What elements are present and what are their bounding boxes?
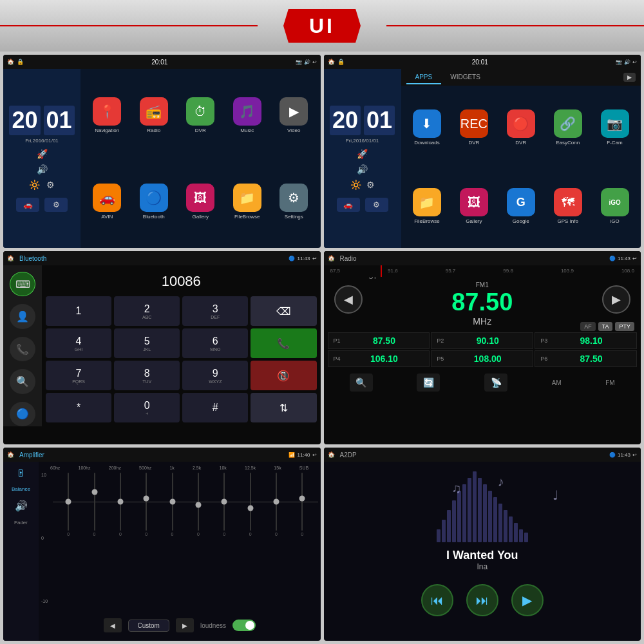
key-9[interactable]: 9 WXYZ [182,361,248,390]
key-8[interactable]: 8 TUV [114,361,180,390]
apps-btn-2[interactable]: ⚙ [365,198,388,212]
tab-apps[interactable]: APPS [406,71,442,84]
key-call[interactable]: 📞 [251,328,316,358]
app2-downloads[interactable]: ⬇ Downloads [405,90,450,166]
prev-btn[interactable]: ⏮ [421,584,453,616]
dialpad-btn[interactable]: ⌨ [10,272,35,296]
key-4[interactable]: 4 GHI [46,328,111,358]
app-music[interactable]: 🎵 Music [226,74,269,156]
key-hash[interactable]: # [182,393,248,422]
key-star[interactable]: * [46,393,111,422]
radio-freq-value: 87.50 [369,289,596,316]
app-radio[interactable]: 📻 Radio [133,74,176,156]
balance-label[interactable]: Balance [6,486,36,492]
slider-60hz[interactable]: 0 [55,473,81,544]
app-filebrowse[interactable]: 📁 FileBrowse [226,160,269,243]
app-gallery[interactable]: 🖼 Gallery [179,160,222,243]
key-7[interactable]: 7 PQRS [46,361,111,390]
preset-p3[interactable]: P3 98.10 [535,332,637,349]
next-btn[interactable]: ▶ [511,584,544,616]
preset-p4[interactable]: P4 106.10 [328,350,430,367]
app-dvr[interactable]: ⏱ DVR [179,74,222,156]
key-6[interactable]: 6 MNO [182,328,248,358]
app2-easyconn[interactable]: 🔗 EasyConn [545,90,590,166]
clock-hour-1: 20 [9,106,40,135]
slider-10k[interactable]: 0 [211,473,237,544]
apps-btn-1[interactable]: ⚙ [44,198,68,212]
app-navigation[interactable]: 📍 Navigation [86,74,129,156]
eq-prev-btn[interactable]: ◀ [104,618,122,632]
clock-min-2: 01 [364,106,395,135]
recent-calls-btn[interactable]: 📞 [10,337,35,361]
radio-search-btn[interactable]: 🔍 [350,374,373,392]
tag-af[interactable]: AF [580,322,596,331]
tag-pty[interactable]: PTY [615,322,634,331]
slider-sub[interactable]: 0 [289,473,315,544]
home-btn-2[interactable]: 🚗 [337,198,360,212]
app-avin[interactable]: 🚗 AVIN [86,160,129,243]
preset-p5[interactable]: P5 108.00 [431,350,533,367]
screen-bluetooth: 🏠 Bluetooth 🔵 11:43 ↩ ⌨ 👤 📞 🔍 🔵 10086 [3,251,321,444]
bluetooth-label: Bluetooth [143,214,165,220]
radio-antenna-btn[interactable]: 📡 [484,374,507,392]
contacts-btn[interactable]: 👤 [10,304,35,328]
preset-p2[interactable]: P2 90.10 [431,332,533,349]
eq-main: 60hz 100hz 200hz 500hz 1k 2.5k 10k 12.5k… [39,462,321,641]
vis-bar-18 [524,533,528,542]
slider-1k[interactable]: 0 [159,473,185,544]
key-5[interactable]: 5 JKL [114,328,180,358]
app2-filebrowse[interactable]: 📁 FileBrowse [405,168,450,244]
radio-repeat-btn[interactable]: 🔄 [417,374,440,392]
slider-2.5k[interactable]: 0 [185,473,211,544]
home-btn-1[interactable]: 🚗 [16,198,39,212]
bt-sidebar: ⌨ 👤 📞 🔍 🔵 [3,265,42,426]
app2-dvr[interactable]: REC DVR [451,90,496,166]
app-bluetooth[interactable]: 🔵 Bluetooth [133,160,176,243]
music-icon: 🎵 [233,97,261,126]
loudness-toggle[interactable] [232,620,256,631]
key-3[interactable]: 3 DEF [182,296,248,326]
vis-bar-14 [504,510,507,542]
radio-prev[interactable]: ◀ [334,285,363,314]
bt-settings-btn[interactable]: 🔵 [10,402,35,426]
app2-dvr2[interactable]: 🔴 DVR [498,90,543,166]
bt-icon-sb6: 🔵 [609,452,616,458]
slider-500hz[interactable]: 0 [133,473,159,544]
app-video[interactable]: ▶ Video [272,74,316,156]
app2-gallery[interactable]: 🖼 Gallery [451,168,496,244]
camera-icon-sb2: 📷 [616,59,622,65]
radio-next[interactable]: ▶ [602,285,630,314]
eq-preset-btn[interactable]: Custom [128,620,169,632]
radio-fm-btn[interactable]: FM [605,379,614,386]
slider-15k[interactable]: 0 [263,473,289,544]
radio-title: Radio [335,255,609,262]
play-pause-btn[interactable]: ⏭ [466,584,498,616]
eq-next-btn[interactable]: ▶ [176,618,194,632]
key-end[interactable]: 📵 [251,361,316,390]
video-icon: ▶ [279,97,308,126]
key-2[interactable]: 2 ABC [114,296,180,326]
radio-am-label[interactable]: AM [552,379,562,386]
slider-12.5k[interactable]: 0 [237,473,263,544]
key-del[interactable]: ⌫ [251,296,316,326]
dvr-label: DVR [195,128,206,133]
tab-widgets[interactable]: WIDGETS [441,71,489,84]
search-btn-bt[interactable]: 🔍 [10,369,35,393]
time-4: 11:43 [618,256,630,261]
slider-200hz[interactable]: 0 [108,473,133,544]
key-1[interactable]: 1 [46,296,111,326]
app2-igo[interactable]: iGO iGO [592,168,637,244]
preset-p6[interactable]: P6 87.50 [535,350,637,367]
app2-fcam[interactable]: 📷 F-Cam [592,90,637,166]
tag-ta[interactable]: TA [598,322,613,331]
preset-p1[interactable]: P1 87.50 [328,332,430,349]
app-settings[interactable]: ⚙ Settings [272,160,316,243]
clock-area-1: 20 01 Fri,2016/01/01 🚀 🔊 🔆 ⚙ [3,69,80,248]
store-icon[interactable]: ▶ [623,73,636,82]
fader-label[interactable]: Fader [6,520,36,526]
app2-gpsinfo[interactable]: 🗺 GPS Info [545,168,590,244]
app2-google[interactable]: G Google [498,168,543,244]
slider-100hz[interactable]: 0 [81,473,107,544]
key-swap[interactable]: ⇅ [251,393,316,422]
key-0[interactable]: 0 + [114,393,180,422]
